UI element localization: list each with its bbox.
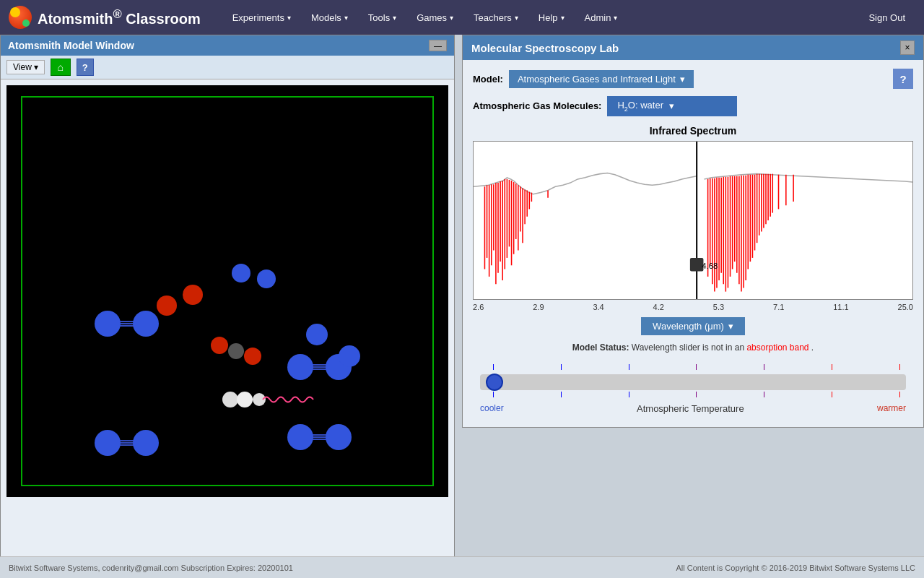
tick-blue-6 bbox=[629, 392, 629, 397]
nav-admin[interactable]: Admin ▾ bbox=[575, 0, 628, 35]
svg-point-13 bbox=[287, 354, 313, 380]
model-status-suffix: . bbox=[811, 342, 814, 353]
spectrum-xaxis: 2.6 2.9 3.4 4.2 5.3 7.1 11.1 25.0 bbox=[473, 303, 913, 317]
tools-arrow: ▾ bbox=[393, 14, 396, 22]
svg-point-25 bbox=[211, 337, 228, 354]
molecule-canvas[interactable] bbox=[6, 85, 448, 497]
svg-point-9 bbox=[133, 430, 159, 456]
nav-help[interactable]: Help ▾ bbox=[528, 0, 575, 35]
temp-label-center: Atmospheric Temperature bbox=[637, 403, 744, 414]
model-dropdown-arrow: ▾ bbox=[680, 74, 685, 85]
svg-point-24 bbox=[183, 285, 203, 305]
tick-red-3 bbox=[832, 392, 832, 397]
games-arrow: ▾ bbox=[450, 14, 453, 22]
svg-point-36 bbox=[257, 269, 276, 288]
gas-dropdown-arrow: ▾ bbox=[669, 100, 674, 111]
xaxis-label-3: 4.2 bbox=[653, 303, 664, 311]
nav-tools[interactable]: Tools ▾ bbox=[358, 0, 406, 35]
model-status: Model Status: Wavelength slider is not i… bbox=[473, 342, 913, 353]
model-status-text: Wavelength slider is not in an bbox=[632, 342, 747, 353]
brand-sup: ® bbox=[113, 7, 121, 21]
logo-icon bbox=[9, 6, 32, 29]
spectroscopy-body: Model: Atmospheric Gases and Infrared Li… bbox=[463, 60, 923, 427]
model-label: Model: bbox=[473, 74, 503, 85]
tick-purple-2 bbox=[764, 364, 764, 370]
model-window-header: Atomsmith Model Window — bbox=[1, 35, 454, 56]
wavelength-row: Wavelength (μm) ▾ bbox=[473, 317, 913, 335]
svg-point-28 bbox=[222, 392, 238, 407]
nav-experiments[interactable]: Experiments ▾ bbox=[222, 0, 301, 35]
brand-logo: Atomsmith® Classroom bbox=[9, 6, 201, 29]
tick-blue-2 bbox=[561, 364, 562, 370]
footer-right: All Content is Copyright © 2016-2019 Bit… bbox=[676, 564, 915, 572]
tick-blue-3 bbox=[629, 364, 629, 370]
svg-point-30 bbox=[253, 393, 266, 406]
nav-signout[interactable]: Sign Out bbox=[858, 0, 915, 35]
wavelength-arrow: ▾ bbox=[728, 321, 733, 332]
models-arrow: ▾ bbox=[344, 14, 348, 22]
xaxis-label-1: 2.9 bbox=[533, 303, 544, 311]
gas-label: Atmospheric Gas Molecules: bbox=[473, 100, 601, 111]
lower-tick-row bbox=[480, 392, 906, 400]
svg-point-18 bbox=[287, 424, 313, 450]
svg-point-23 bbox=[157, 296, 177, 316]
home-button[interactable]: ⌂ bbox=[51, 59, 71, 76]
main-area: Atomsmith Model Window — View ▾ ⌂ ? bbox=[0, 35, 924, 556]
svg-point-29 bbox=[237, 392, 253, 407]
svg-point-27 bbox=[244, 348, 261, 365]
close-icon: × bbox=[905, 43, 910, 53]
tick-purple-1 bbox=[696, 364, 697, 370]
nav-models[interactable]: Models ▾ bbox=[301, 0, 358, 35]
home-icon: ⌂ bbox=[58, 61, 64, 73]
molecule-scene bbox=[6, 85, 448, 497]
nav-teachers[interactable]: Teachers ▾ bbox=[463, 0, 528, 35]
spectroscopy-title: Molecular Spectroscopy Lab bbox=[471, 42, 619, 54]
svg-point-8 bbox=[95, 430, 121, 456]
nav-games[interactable]: Games ▾ bbox=[406, 0, 463, 35]
svg-point-4 bbox=[133, 311, 159, 337]
minimize-button[interactable]: — bbox=[429, 40, 447, 51]
model-dropdown[interactable]: Atmospheric Gases and Infrared Light ▾ bbox=[509, 70, 694, 88]
xaxis-label-4: 5.3 bbox=[713, 303, 724, 311]
xaxis-label-7: 25.0 bbox=[898, 303, 913, 311]
svg-point-26 bbox=[228, 343, 244, 359]
help-icon: ? bbox=[899, 73, 906, 85]
tick-purple-4 bbox=[764, 392, 764, 397]
temp-slider-track[interactable] bbox=[480, 374, 906, 390]
temp-labels: cooler Atmospheric Temperature warmer bbox=[480, 403, 906, 414]
tick-red-1 bbox=[832, 364, 832, 370]
model-window-title: Atomsmith Model Window bbox=[8, 40, 134, 51]
spectrum-svg: 4.68 bbox=[474, 142, 912, 299]
brand-name: Atomsmith® Classroom bbox=[38, 7, 201, 27]
xaxis-label-6: 11.1 bbox=[833, 303, 848, 311]
spectroscopy-header: Molecular Spectroscopy Lab × bbox=[463, 35, 923, 60]
svg-point-32 bbox=[339, 345, 360, 367]
upper-tick-row bbox=[480, 364, 906, 373]
svg-point-31 bbox=[306, 324, 328, 345]
gas-dropdown[interactable]: H2O: water ▾ bbox=[607, 96, 737, 116]
svg-point-3 bbox=[95, 311, 121, 337]
close-button[interactable]: × bbox=[900, 40, 915, 55]
tick-red-2 bbox=[899, 364, 900, 370]
model-toolbar: View ▾ ⌂ ? bbox=[1, 56, 454, 79]
xaxis-label-2: 3.4 bbox=[593, 303, 603, 311]
footer: Bitwixt Software Systems, codenrity@gmai… bbox=[0, 556, 924, 578]
spectrum-area[interactable]: 4.68 bbox=[473, 141, 913, 300]
xaxis-label-0: 2.6 bbox=[473, 303, 484, 311]
temp-slider-thumb bbox=[486, 374, 503, 391]
wavelength-button[interactable]: Wavelength (μm) ▾ bbox=[641, 317, 745, 335]
view-button[interactable]: View ▾ bbox=[6, 60, 45, 74]
svg-point-19 bbox=[326, 424, 352, 450]
help-arrow: ▾ bbox=[561, 14, 565, 22]
absorption-band-link[interactable]: absorption band bbox=[746, 342, 808, 353]
gas-row: Atmospheric Gas Molecules: H2O: water ▾ bbox=[473, 96, 913, 116]
model-window: Atomsmith Model Window — View ▾ ⌂ ? bbox=[0, 35, 455, 578]
temp-label-cool: cooler bbox=[480, 403, 504, 414]
svg-point-35 bbox=[232, 264, 250, 282]
xaxis-label-5: 7.1 bbox=[773, 303, 784, 311]
temp-slider-container: cooler Atmospheric Temperature warmer bbox=[473, 364, 913, 414]
svg-text:4.68: 4.68 bbox=[702, 262, 718, 270]
help-button-small[interactable]: ? bbox=[77, 59, 94, 76]
help-button[interactable]: ? bbox=[893, 69, 913, 89]
gas-value: H2O: water bbox=[617, 100, 663, 113]
